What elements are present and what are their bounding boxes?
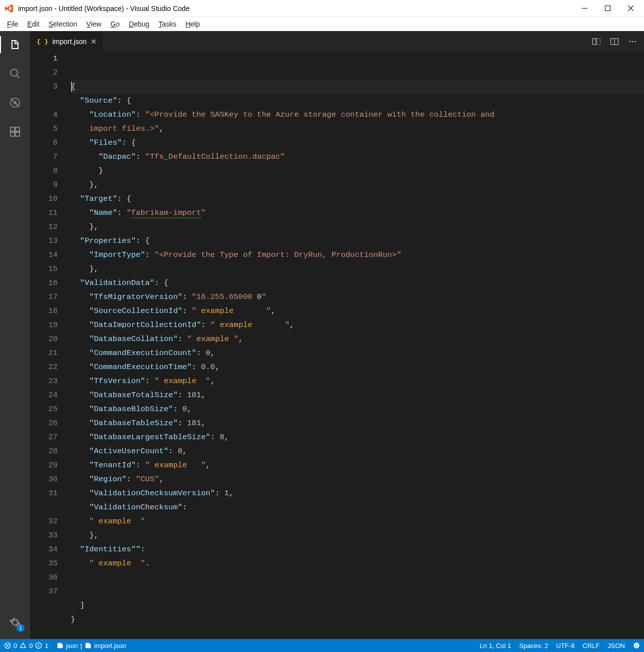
vscode-icon: [4, 4, 14, 14]
split-editor-icon[interactable]: [610, 37, 619, 46]
tab-label: import.json: [52, 38, 86, 46]
minimize-button[interactable]: [573, 0, 596, 17]
menu-help[interactable]: Help: [181, 19, 204, 29]
svg-point-17: [637, 644, 638, 645]
svg-rect-14: [39, 644, 39, 644]
code-area[interactable]: { "Source": { "Location": "<Provide the …: [71, 52, 644, 639]
status-problems[interactable]: 0 0 1: [0, 639, 53, 652]
svg-point-15: [633, 642, 639, 648]
gutter: 1234567891011121314151617181920212223242…: [31, 52, 71, 639]
menu-file[interactable]: File: [3, 19, 23, 29]
settings-badge: 1: [17, 624, 25, 632]
activity-debug[interactable]: [7, 94, 24, 111]
svg-rect-0: [582, 8, 587, 9]
json-file-icon: { }: [37, 38, 48, 46]
activity-extensions[interactable]: [7, 123, 24, 140]
status-bar: 0 0 1 json | import.json Ln 1, Col 1 Spa…: [0, 639, 644, 652]
menu-tasks[interactable]: Tasks: [154, 19, 180, 29]
editor-group: { } import.json ✕ 1234567891011121314151…: [31, 32, 644, 639]
svg-point-3: [14, 101, 17, 104]
status-encoding[interactable]: UTF-8: [552, 639, 579, 652]
menu-go[interactable]: Go: [106, 19, 124, 29]
menu-debug[interactable]: Debug: [125, 19, 153, 29]
main-area: 1 { } import.json ✕: [0, 31, 644, 639]
svg-point-8: [629, 41, 630, 43]
activity-search[interactable]: [7, 65, 24, 82]
more-actions-icon[interactable]: [628, 37, 637, 46]
title-bar: import.json - Untitled (Workspace) - Vis…: [0, 0, 644, 17]
menu-selection[interactable]: Selection: [45, 19, 82, 29]
tab-bar: { } import.json ✕: [31, 32, 644, 52]
status-feedback-icon[interactable]: [629, 639, 644, 652]
svg-point-10: [634, 41, 636, 43]
maximize-button[interactable]: [596, 0, 619, 17]
activity-settings[interactable]: 1: [7, 614, 24, 631]
activity-explorer[interactable]: [7, 36, 24, 53]
status-language[interactable]: JSON: [603, 639, 629, 652]
tab-close-icon[interactable]: ✕: [91, 38, 97, 46]
svg-rect-4: [593, 39, 596, 45]
compare-icon[interactable]: [592, 37, 601, 46]
editor[interactable]: 1234567891011121314151617181920212223242…: [31, 52, 644, 639]
window-title: import.json - Untitled (Workspace) - Vis…: [18, 5, 190, 13]
status-indent[interactable]: Spaces: 2: [515, 639, 552, 652]
tab-import-json[interactable]: { } import.json ✕: [31, 32, 103, 52]
activity-bar: 1: [0, 31, 30, 639]
status-breadcrumb[interactable]: json | import.json: [53, 639, 130, 652]
menu-view[interactable]: View: [82, 19, 105, 29]
close-button[interactable]: [619, 0, 642, 17]
svg-point-9: [632, 41, 633, 43]
status-eol[interactable]: CRLF: [578, 639, 603, 652]
svg-rect-13: [39, 645, 39, 647]
menu-edit[interactable]: Edit: [24, 19, 44, 29]
svg-rect-5: [597, 39, 600, 45]
svg-rect-1: [605, 6, 610, 11]
status-position[interactable]: Ln 1, Col 1: [476, 639, 515, 652]
menu-bar: File Edit Selection View Go Debug Tasks …: [0, 17, 644, 31]
svg-point-16: [635, 644, 636, 645]
